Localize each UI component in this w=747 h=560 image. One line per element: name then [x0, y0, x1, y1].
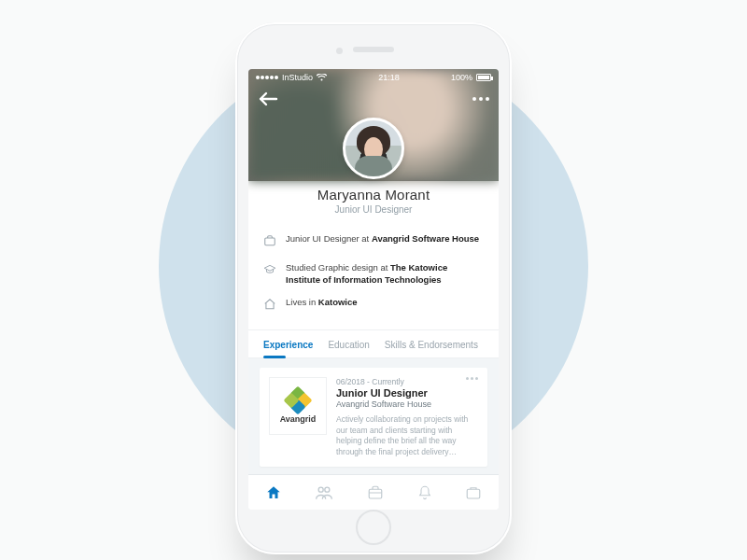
svg-rect-4: [467, 489, 480, 498]
svg-point-1: [319, 487, 324, 492]
profile-name: Maryanna Morant: [248, 187, 499, 203]
home-icon: [263, 298, 276, 315]
info-location-text: Lives in Katowice: [286, 297, 358, 315]
battery-icon: [476, 74, 491, 81]
experience-company: Avangrid Software House: [336, 399, 478, 409]
info-education: Studied Graphic design at The Katowice I…: [263, 257, 484, 292]
card-more-icon[interactable]: [466, 377, 478, 380]
svg-rect-3: [369, 489, 382, 498]
info-education-text: Studied Graphic design at The Katowice I…: [286, 262, 484, 287]
experience-card[interactable]: Avangrid 06/2018 - Currently Junior UI D…: [260, 368, 487, 467]
logo-name: Avangrid: [280, 414, 317, 424]
profile-content: Maryanna Morant Junior UI Designer Junio…: [248, 181, 499, 510]
info-job: Junior UI Designer at Avangrid Software …: [263, 228, 484, 257]
back-icon[interactable]: [258, 91, 278, 106]
company-logo: Avangrid: [269, 377, 327, 435]
svg-point-2: [325, 487, 330, 492]
battery-percent-label: 100%: [451, 73, 472, 82]
carrier-label: InStudio: [282, 73, 313, 82]
tab-education[interactable]: Education: [328, 330, 369, 357]
experience-title: Junior UI Designer: [336, 387, 478, 399]
signal-dots-icon: [256, 76, 278, 79]
tabbar-more-icon[interactable]: [465, 484, 482, 501]
profile-tabs: Experience Education Skills & Endorsemen…: [248, 330, 499, 358]
status-bar: InStudio 21:18 100%: [248, 69, 499, 86]
info-list: Junior UI Designer at Avangrid Software …: [248, 224, 499, 330]
tab-experience[interactable]: Experience: [263, 330, 313, 357]
screen: InStudio 21:18 100%: [248, 69, 499, 510]
tabbar-notifications-icon[interactable]: [417, 484, 432, 501]
tabbar-network-icon[interactable]: [315, 484, 333, 501]
tabbar-home-icon[interactable]: [265, 484, 282, 501]
briefcase-icon: [263, 234, 276, 251]
experience-daterange: 06/2018 - Currently: [336, 377, 478, 386]
tabbar-jobs-icon[interactable]: [367, 484, 384, 501]
avatar[interactable]: [343, 118, 404, 179]
more-icon[interactable]: [472, 97, 489, 101]
tab-skills[interactable]: Skills & Endorsements: [385, 330, 478, 357]
svg-rect-0: [265, 238, 275, 245]
clock-label: 21:18: [378, 73, 400, 82]
info-location: Lives in Katowice: [263, 291, 484, 320]
phone-sensor-dot: [336, 48, 343, 54]
wifi-icon: [317, 74, 327, 81]
experience-description: Actively collaborating on projects with …: [336, 414, 478, 457]
profile-title: Junior UI Designer: [248, 204, 499, 215]
profile-header: [248, 69, 499, 181]
info-job-text: Junior UI Designer at Avangrid Software …: [286, 233, 479, 251]
phone-frame: InStudio 21:18 100%: [235, 22, 512, 554]
graduation-icon: [263, 263, 276, 287]
bottom-tab-bar: [248, 474, 499, 510]
experience-feed: Avangrid 06/2018 - Currently Junior UI D…: [248, 358, 499, 474]
